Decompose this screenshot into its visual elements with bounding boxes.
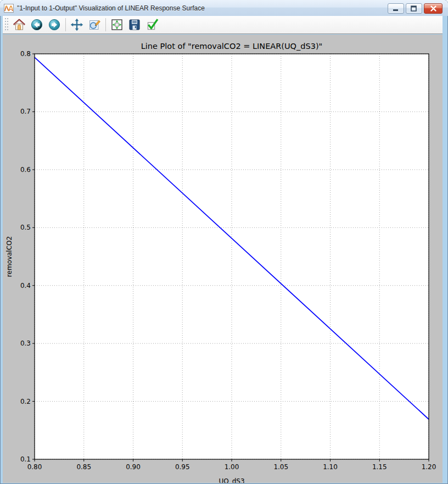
plot-title: Line Plot of "removalCO2 = LINEAR(UQ_dS3… [141, 42, 322, 51]
minimize-button[interactable] [388, 3, 404, 14]
save-icon [128, 18, 141, 31]
back-button[interactable] [29, 17, 44, 32]
x-axis-label: UQ_dS3 [219, 477, 244, 483]
y-tick-label: 0.7 [20, 108, 31, 115]
toolbar-separator [65, 18, 66, 31]
toolbar [3, 16, 443, 34]
y-tick-label: 0.3 [20, 340, 31, 347]
x-tick-label: 0.90 [126, 463, 141, 471]
configure-subplots-icon [110, 18, 124, 31]
close-icon [430, 5, 437, 12]
pan-icon [70, 18, 83, 31]
x-tick-label: 1.20 [422, 463, 436, 471]
y-axis-label: removalCO2 [5, 236, 13, 277]
back-icon [30, 18, 43, 31]
customize-check-icon [145, 18, 159, 31]
window-controls [388, 3, 443, 14]
x-tick-label: 0.80 [27, 463, 42, 471]
figure-canvas[interactable]: 0.800.850.900.951.001.051.101.151.200.10… [3, 35, 443, 483]
matplotlib-logo-icon [4, 4, 14, 13]
window-title: "1-Input to 1-Output" Visualization of L… [17, 4, 205, 12]
maximize-icon [411, 5, 417, 12]
customize-button[interactable] [144, 17, 160, 32]
x-tick-label: 0.95 [175, 463, 190, 471]
x-tick-label: 1.10 [323, 463, 338, 471]
y-tick-label: 0.8 [20, 50, 31, 58]
plot-svg[interactable]: 0.800.850.900.951.001.051.101.151.200.10… [3, 35, 443, 483]
minimize-icon [393, 6, 399, 12]
toolbar-grip[interactable] [4, 18, 9, 32]
save-button[interactable] [127, 17, 142, 32]
x-tick-label: 1.15 [372, 463, 387, 471]
maximize-button[interactable] [406, 3, 422, 14]
x-tick-label: 1.05 [273, 463, 288, 471]
title-bar[interactable]: "1-Input to 1-Output" Visualization of L… [0, 0, 448, 16]
configure-subplots-button[interactable] [109, 17, 125, 32]
y-tick-label: 0.5 [20, 224, 31, 231]
zoom-to-rect-icon [88, 18, 101, 31]
x-tick-label: 0.85 [76, 463, 91, 471]
zoom-to-rect-button[interactable] [87, 17, 102, 32]
pan-button[interactable] [69, 17, 85, 32]
close-button[interactable] [424, 3, 443, 14]
home-icon [13, 18, 26, 31]
forward-button[interactable] [47, 17, 62, 32]
y-tick-label: 0.1 [20, 455, 31, 463]
y-tick-label: 0.6 [20, 166, 31, 174]
y-tick-label: 0.4 [20, 282, 31, 290]
toolbar-separator [105, 18, 106, 31]
forward-icon [48, 18, 61, 31]
home-button[interactable] [12, 17, 27, 32]
x-tick-label: 1.00 [225, 463, 239, 471]
window: "1-Input to 1-Output" Visualization of L… [0, 0, 448, 484]
y-tick-label: 0.2 [20, 398, 31, 405]
